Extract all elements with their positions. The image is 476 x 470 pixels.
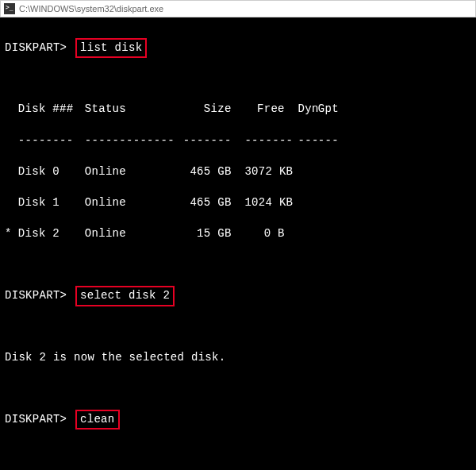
- table-row: Disk 1Online465 GB1024 KB: [5, 195, 471, 211]
- col-dyn: Dyn: [285, 102, 318, 118]
- command-select-disk: select disk 2: [75, 286, 175, 306]
- table-row: *Disk 2Online15 GB0 B: [5, 226, 471, 242]
- terminal-output[interactable]: DISKPART> list disk Disk ###StatusSizeFr…: [0, 17, 476, 470]
- window-title: C:\WINDOWS\system32\diskpart.exe: [19, 4, 163, 13]
- prompt: DISKPART>: [5, 289, 67, 302]
- command-list-disk: list disk: [75, 38, 147, 59]
- col-status: Status: [85, 102, 178, 118]
- prompt: DISKPART>: [5, 413, 67, 426]
- table-separator: ----------------------------------------…: [5, 133, 471, 149]
- table-row: Disk 0Online465 GB3072 KB: [5, 164, 471, 180]
- msg-selected: Disk 2 is now the selected disk.: [5, 350, 471, 366]
- command-clean: clean: [75, 410, 120, 430]
- title-bar[interactable]: C:\WINDOWS\system32\diskpart.exe: [0, 0, 476, 17]
- table-header: Disk ###StatusSizeFreeDynGpt: [5, 102, 471, 118]
- col-disk: Disk ###: [18, 102, 85, 118]
- col-gpt: Gpt: [318, 102, 351, 118]
- console-icon: [4, 3, 15, 14]
- prompt: DISKPART>: [5, 41, 67, 54]
- col-free: Free: [232, 102, 285, 118]
- col-size: Size: [178, 102, 231, 118]
